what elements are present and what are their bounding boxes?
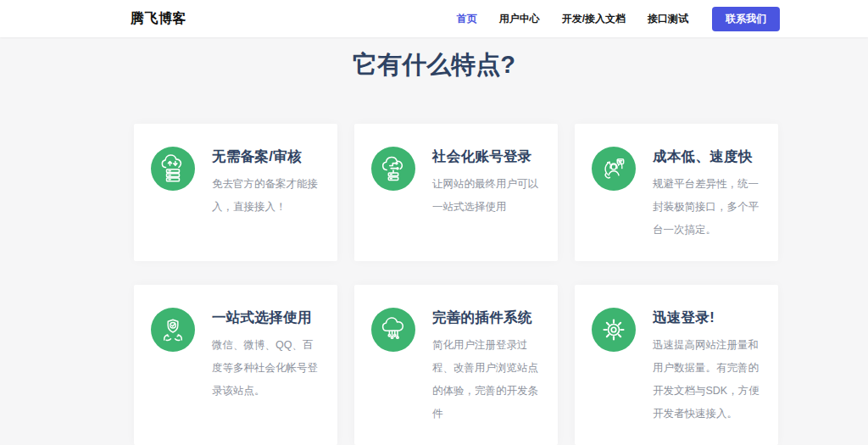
feature-text: 迅速登录! 迅速提高网站注册量和用户数据量。有完善的开发文档与SDK，方便开发者… [653,306,761,426]
section-title: 它有什么特点? [0,48,868,82]
feature-card-quick-login: 迅速登录! 迅速提高网站注册量和用户数据量。有完善的开发文档与SDK，方便开发者… [575,285,778,445]
feature-icon-circle [371,308,415,352]
feature-desc: 简化用户注册登录过程、改善用户浏览站点的体验，完善的开发条件 [432,334,541,426]
hands-shield-icon [159,315,187,344]
feature-text: 一站式选择使用 微信、微博、QQ、百度等多种社会化帐号登录该站点。 [212,306,320,403]
main-nav: 首页 用户中心 开发/接入文档 接口测试 联系我们 [457,7,780,31]
feature-title: 一站式选择使用 [212,309,320,327]
cloud-circuit-server-icon [379,154,408,183]
nav-item-user-center[interactable]: 用户中心 [499,12,540,26]
feature-card-no-registration: 无需备案/审核 免去官方的备案才能接入，直接接入！ [134,124,337,261]
feature-text: 完善的插件系统 简化用户注册登录过程、改善用户浏览站点的体验，完善的开发条件 [432,306,541,426]
nav-item-api-test[interactable]: 接口测试 [648,12,688,26]
feature-icon-circle [151,147,195,191]
feature-icon-circle [592,147,636,191]
feature-card-one-stop: 一站式选择使用 微信、微博、QQ、百度等多种社会化帐号登录该站点。 [134,285,337,445]
feature-desc: 免去官方的备案才能接入，直接接入！ [212,173,320,219]
cloud-plugin-icon [379,315,408,344]
customer-service-icon [599,154,628,183]
feature-text: 社会化账号登录 让网站的最终用户可以一站式选择使用 [432,145,541,219]
feature-desc: 规避平台差异性，统一封装极简接口，多个平台一次搞定。 [653,173,761,242]
feature-icon-circle [151,308,195,352]
feature-desc: 微信、微博、QQ、百度等多种社会化帐号登录该站点。 [212,334,320,403]
navbar-container: 腾飞博客 首页 用户中心 开发/接入文档 接口测试 联系我们 [131,0,780,37]
features-grid: 无需备案/审核 免去官方的备案才能接入，直接接入！ 社会化账号登录 让网站 [134,124,778,445]
site-logo[interactable]: 腾飞博客 [131,10,186,28]
feature-card-plugin-system: 完善的插件系统 简化用户注册登录过程、改善用户浏览站点的体验，完善的开发条件 [354,285,558,445]
feature-text: 无需备案/审核 免去官方的备案才能接入，直接接入！ [212,145,320,219]
feature-title: 无需备案/审核 [212,147,320,166]
feature-desc: 迅速提高网站注册量和用户数据量。有完善的开发文档与SDK，方便开发者快速接入。 [653,334,761,426]
feature-icon-circle [371,147,415,191]
feature-text: 成本低、速度快 规避平台差异性，统一封装极简接口，多个平台一次搞定。 [653,145,761,242]
top-navbar: 腾飞博客 首页 用户中心 开发/接入文档 接口测试 联系我们 [0,0,868,37]
feature-title: 迅速登录! [653,309,761,327]
feature-title: 成本低、速度快 [653,147,761,166]
feature-card-social-login: 社会化账号登录 让网站的最终用户可以一站式选择使用 [354,124,558,261]
features-section: 它有什么特点? 无需备案/审核 免去官方的备案才能接入，直接接入！ [0,48,868,445]
feature-desc: 让网站的最终用户可以一站式选择使用 [432,173,541,219]
feature-card-low-cost: 成本低、速度快 规避平台差异性，统一封装极简接口，多个平台一次搞定。 [575,124,778,261]
gear-icon [599,315,628,344]
feature-icon-circle [592,308,636,352]
feature-title: 社会化账号登录 [432,147,541,166]
cloud-server-icon [159,154,187,183]
contact-us-button[interactable]: 联系我们 [712,7,780,31]
nav-item-home[interactable]: 首页 [457,12,477,26]
feature-title: 完善的插件系统 [432,309,541,327]
nav-item-dev-docs[interactable]: 开发/接入文档 [562,12,626,26]
